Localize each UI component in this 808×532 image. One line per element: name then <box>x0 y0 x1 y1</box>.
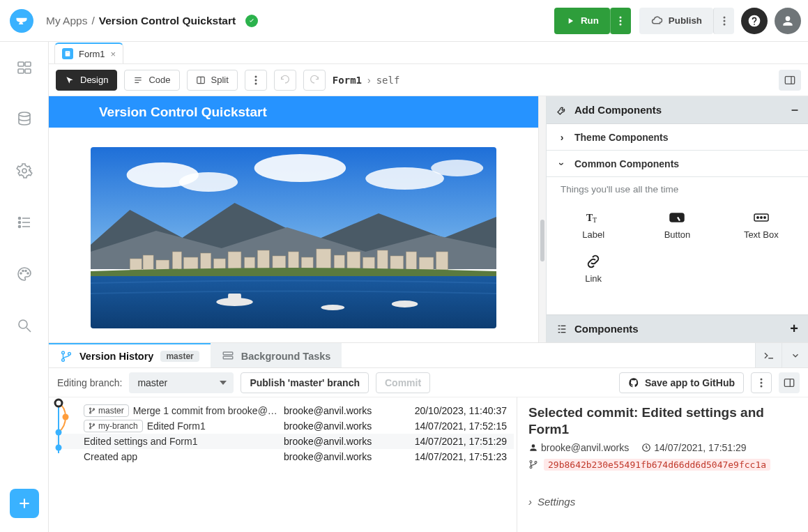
form-body <box>49 128 538 342</box>
account-button[interactable] <box>775 8 801 34</box>
tab-label: Form1 <box>79 49 105 59</box>
breadcrumb-app-name[interactable]: Version Control Quickstart <box>99 15 236 27</box>
svg-point-107 <box>530 460 532 462</box>
svg-point-12 <box>18 218 20 220</box>
svg-rect-9 <box>25 69 31 73</box>
view-code-button[interactable]: Code <box>124 70 179 91</box>
split-icon <box>196 75 206 85</box>
commit-button[interactable]: Commit <box>376 372 430 393</box>
plus-icon <box>17 496 31 510</box>
svg-point-75 <box>757 217 759 218</box>
detail-date: 14/07/2021, 17:51:29 <box>641 442 746 453</box>
component-label[interactable]: TT Label <box>552 204 634 247</box>
components-tree-header[interactable]: Components + <box>547 314 808 342</box>
cursor-icon <box>65 75 75 85</box>
breadcrumb-root[interactable]: My Apps <box>46 15 87 27</box>
commit-author: brooke@anvil.works <box>284 405 402 416</box>
branch-dropdown[interactable]: master <box>129 372 234 393</box>
component-link[interactable]: Link <box>552 248 634 291</box>
form-title: Version Control Quickstart <box>99 105 267 120</box>
add-components-header[interactable]: Add Components – <box>547 96 808 124</box>
design-canvas[interactable]: Version Control Quickstart <box>49 96 539 342</box>
tab-version-history[interactable]: Version History master <box>49 343 211 367</box>
publish-branch-button[interactable]: Publish 'master' branch <box>241 372 369 393</box>
collapse-bottom-button[interactable] <box>782 343 808 367</box>
tab-close-button[interactable]: × <box>111 49 116 59</box>
svg-point-69 <box>321 305 344 310</box>
svg-point-10 <box>19 112 30 116</box>
svg-point-2 <box>620 23 622 25</box>
panel-icon <box>784 75 795 85</box>
commit-date: 14/07/2021, 17:52:15 <box>402 420 507 432</box>
canvas-scrollbar[interactable] <box>539 96 546 342</box>
breadcrumb-sep: / <box>91 15 94 27</box>
sync-status-icon[interactable] <box>245 15 258 27</box>
commit-list[interactable]: master Merge 1 commit from brooke@… broo… <box>49 397 517 532</box>
branch-chip-master: master <box>84 404 129 417</box>
editor-toolbar: Design Code Split <box>49 64 808 96</box>
app-logo[interactable] <box>10 9 33 33</box>
svg-point-85 <box>62 358 65 361</box>
panel-icon <box>784 378 795 388</box>
svg-point-0 <box>620 16 622 18</box>
svg-point-21 <box>27 273 29 274</box>
commit-author: brooke@anvil.works <box>284 420 402 432</box>
branch-icon <box>528 459 538 469</box>
cloud-icon <box>650 16 663 26</box>
nav-add-button[interactable] <box>10 489 39 518</box>
help-button[interactable] <box>741 8 768 34</box>
commit-message: Created app <box>84 451 137 462</box>
common-components-section[interactable]: › Common Components <box>547 151 808 177</box>
toggle-right-panel-button[interactable] <box>779 70 801 91</box>
publish-button[interactable]: Publish <box>639 8 713 34</box>
svg-point-19 <box>22 271 24 272</box>
detail-author: brooke@anvil.works <box>528 442 629 453</box>
svg-point-86 <box>68 352 71 355</box>
view-split-button[interactable]: Split <box>187 70 238 91</box>
publish-menu-button[interactable] <box>713 8 734 34</box>
svg-point-108 <box>530 466 532 469</box>
component-button[interactable]: Button <box>636 204 718 247</box>
view-design-button[interactable]: Design <box>56 70 117 91</box>
plus-icon[interactable]: + <box>790 321 798 337</box>
list-icon <box>133 75 143 85</box>
run-button[interactable]: Run <box>554 8 610 34</box>
collapse-icon[interactable]: – <box>791 102 798 117</box>
nav-database[interactable] <box>14 109 35 130</box>
run-menu-button[interactable] <box>610 8 631 34</box>
breadcrumb: My Apps / Version Control Quickstart <box>46 15 258 27</box>
commit-row[interactable]: Created app brooke@anvil.works 14/07/202… <box>56 449 514 464</box>
label-icon: TT <box>585 210 602 225</box>
tab-form1[interactable]: Form1 × <box>54 43 123 63</box>
nav-settings[interactable] <box>14 160 35 181</box>
bottom-tabs: Version History master Background Tasks <box>49 343 808 368</box>
nav-app-browser[interactable] <box>14 57 35 78</box>
chevron-right-icon: › <box>528 496 532 508</box>
layout-toggle-button[interactable] <box>779 372 800 393</box>
terminal-icon <box>763 351 775 360</box>
commit-date: 14/07/2021, 17:51:29 <box>402 436 507 447</box>
detail-settings-accordion[interactable]: › Settings <box>528 496 797 508</box>
commit-row[interactable]: master Merge 1 commit from brooke@… broo… <box>56 403 514 418</box>
editing-branch-label: Editing branch: <box>57 377 122 388</box>
crumb-form[interactable]: Form1 <box>333 75 362 86</box>
redo-button[interactable] <box>303 70 326 91</box>
textbox-icon <box>753 210 770 225</box>
svg-point-11 <box>22 169 26 173</box>
svg-point-43 <box>431 160 483 176</box>
commit-row[interactable]: Edited settings and Form1 brooke@anvil.w… <box>56 434 514 449</box>
save-to-github-button[interactable]: Save app to GitHub <box>619 372 744 393</box>
view-more-button[interactable] <box>245 70 267 91</box>
commit-row[interactable]: my-branch Edited Form1 brooke@anvil.work… <box>56 418 514 434</box>
console-button[interactable] <box>755 343 782 367</box>
undo-button[interactable] <box>274 70 296 91</box>
commit-hash[interactable]: 29b8642b230e55491fb674d66dd6d5047e9fcc1a <box>544 459 770 471</box>
github-menu-button[interactable] <box>751 372 772 393</box>
nav-search[interactable] <box>14 315 35 336</box>
component-textbox[interactable]: Text Box <box>720 204 802 247</box>
theme-components-section[interactable]: › Theme Components <box>547 124 808 151</box>
nav-list[interactable] <box>14 212 35 233</box>
svg-rect-6 <box>18 62 24 66</box>
nav-theme[interactable] <box>14 264 35 284</box>
tab-background-tasks[interactable]: Background Tasks <box>211 343 342 367</box>
